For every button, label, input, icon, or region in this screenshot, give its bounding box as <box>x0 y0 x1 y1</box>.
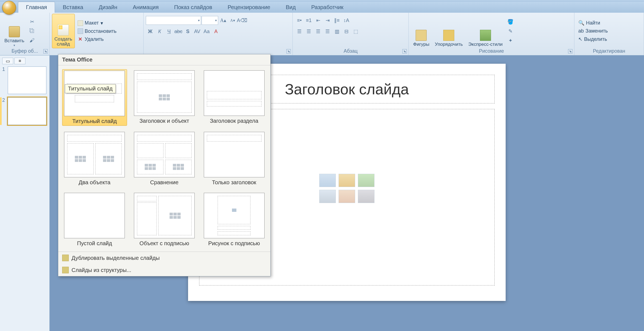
insert-chart-icon[interactable] <box>339 174 355 187</box>
reset-button[interactable]: Восстановить <box>76 28 118 35</box>
replace-icon: ab <box>578 28 584 34</box>
tab-home[interactable]: Главная <box>18 2 55 13</box>
shrink-font-button[interactable]: A▾ <box>228 16 237 25</box>
layout-section-header[interactable]: Заголовок раздела <box>202 69 266 126</box>
slides-view-tab[interactable]: ▭ <box>2 58 13 64</box>
align-text-button[interactable]: ⊟ <box>342 27 351 36</box>
underline-button[interactable]: Ч <box>165 27 173 36</box>
drawing-dialog-launcher[interactable]: ⬊ <box>568 49 572 54</box>
font-family-combo[interactable] <box>146 16 201 25</box>
layout-comparison[interactable]: Сравнение <box>132 131 197 187</box>
numbering-button[interactable]: ≡1 <box>304 16 313 25</box>
layout-title-only[interactable]: Только заголовок <box>202 131 266 187</box>
ribbon-tabs: Главная Вставка Дизайн Анимация Показ сл… <box>0 2 644 13</box>
align-left-button[interactable]: ☰ <box>295 27 304 36</box>
new-slide-button[interactable]: Создать слайд <box>52 14 75 48</box>
bullets-button[interactable]: ≡• <box>295 16 304 25</box>
tab-developer[interactable]: Разработчик <box>303 2 351 13</box>
tab-design[interactable]: Дизайн <box>91 2 125 13</box>
smartart-button[interactable]: ⬚ <box>351 27 360 36</box>
select-icon: ↖ <box>578 36 582 42</box>
shape-effects-button[interactable]: ✦ <box>506 36 515 45</box>
paragraph-dialog-launcher[interactable]: ⬊ <box>402 49 407 54</box>
bold-button[interactable]: Ж <box>146 27 155 36</box>
char-spacing-button[interactable]: AV <box>193 27 202 36</box>
slide-thumbnail-2[interactable] <box>8 97 46 125</box>
slide-panel: ▭ ≡ 1 2 <box>0 55 50 331</box>
drawing-group-label: Рисование <box>409 48 574 54</box>
increase-indent-button[interactable]: ⇥ <box>323 16 332 25</box>
decrease-indent-button[interactable]: ⇤ <box>314 16 323 25</box>
layout-title-content[interactable]: Заголовок и объект <box>132 69 197 126</box>
align-center-button[interactable]: ☰ <box>304 27 313 36</box>
layout-gallery: Тема Office Титульный слайд Титульный сл… <box>58 54 271 276</box>
reset-icon <box>78 28 83 34</box>
insert-media-icon[interactable] <box>358 190 374 203</box>
insert-clipart-icon[interactable] <box>339 190 355 203</box>
shapes-icon <box>416 30 427 41</box>
line-spacing-button[interactable]: ‖≡ <box>332 16 341 25</box>
shadow-button[interactable]: S <box>183 27 192 36</box>
find-icon: 🔍 <box>578 20 584 26</box>
tab-review[interactable]: Рецензирование <box>220 2 278 13</box>
find-button[interactable]: 🔍Найти <box>577 19 609 27</box>
arrange-button[interactable]: Упорядочить <box>433 14 465 48</box>
italic-button[interactable]: К <box>155 27 164 36</box>
duplicate-slides-action[interactable]: Дублировать выделенные слайды <box>58 252 270 264</box>
format-painter-button[interactable]: 🖌 <box>28 36 36 45</box>
strikethrough-button[interactable]: abc <box>174 27 183 36</box>
office-button[interactable] <box>2 1 16 15</box>
select-button[interactable]: ↖Выделить <box>577 35 609 43</box>
insert-picture-icon[interactable] <box>319 190 336 203</box>
font-dialog-launcher[interactable]: ⬊ <box>286 49 291 54</box>
ribbon: Вставить ▾ ✂ ⿻ 🖌 Буфер об... ⬊ Создать с… <box>0 13 644 55</box>
layout-button[interactable]: Макет ▾ <box>76 19 118 27</box>
quick-styles-button[interactable]: Экспресс-стили <box>466 14 505 48</box>
columns-button[interactable]: ▥ <box>332 27 341 36</box>
cut-button[interactable]: ✂ <box>28 17 36 26</box>
tab-animation[interactable]: Анимация <box>125 2 167 13</box>
layout-title-slide[interactable]: Титульный слайд Титульный слайд <box>62 69 127 126</box>
outline-icon <box>62 267 69 273</box>
thumb-number: 1 <box>2 66 6 72</box>
slide-thumbnail-1[interactable] <box>8 66 46 94</box>
delete-button[interactable]: ✕Удалить <box>76 36 118 43</box>
tab-insert[interactable]: Вставка <box>55 2 91 13</box>
font-color-button[interactable]: A <box>212 27 220 36</box>
align-right-button[interactable]: ☰ <box>314 27 323 36</box>
clipboard-group-label: Буфер об... <box>0 48 49 54</box>
font-size-combo[interactable] <box>202 16 218 25</box>
layout-two-content[interactable]: Два объекта <box>62 131 127 187</box>
layout-picture-caption[interactable]: Рисунок с подписью <box>202 192 266 248</box>
shapes-button[interactable]: Фигуры <box>411 14 432 48</box>
layout-icon <box>78 20 83 26</box>
thumb-number: 2 <box>2 97 6 103</box>
replace-button[interactable]: abЗаменить <box>577 27 609 35</box>
editing-group-label: Редактирован <box>574 48 644 54</box>
insert-table-icon[interactable] <box>319 174 336 187</box>
content-insert-icons[interactable] <box>319 174 374 203</box>
shape-outline-button[interactable]: ✎ <box>506 27 515 36</box>
slides-from-outline-action[interactable]: Слайды из структуры... <box>58 264 270 276</box>
insert-smartart-icon[interactable] <box>358 174 374 187</box>
text-direction-button[interactable]: ↕A <box>342 16 351 25</box>
layout-blank[interactable]: Пустой слайд <box>62 192 127 248</box>
clipboard-icon <box>9 26 20 37</box>
shape-fill-button[interactable]: 🪣 <box>506 17 515 26</box>
layout-tooltip: Титульный слайд <box>65 84 115 93</box>
justify-button[interactable]: ☰ <box>323 27 332 36</box>
tab-slideshow[interactable]: Показ слайдов <box>167 2 220 13</box>
change-case-button[interactable]: Aa <box>202 27 211 36</box>
paste-button[interactable]: Вставить ▾ <box>2 14 27 48</box>
outline-view-tab[interactable]: ≡ <box>14 58 25 64</box>
duplicate-icon <box>62 255 69 261</box>
grow-font-button[interactable]: A▴ <box>219 16 228 25</box>
tab-view[interactable]: Вид <box>278 2 303 13</box>
paragraph-group-label: Абзац <box>293 48 408 54</box>
layout-content-caption[interactable]: Объект с подписью <box>132 192 197 248</box>
new-slide-icon <box>58 25 69 36</box>
clear-formatting-button[interactable]: A⌫ <box>237 16 246 25</box>
quick-styles-icon <box>480 30 491 41</box>
copy-button[interactable]: ⿻ <box>28 27 36 36</box>
clipboard-dialog-launcher[interactable]: ⬊ <box>43 49 48 54</box>
